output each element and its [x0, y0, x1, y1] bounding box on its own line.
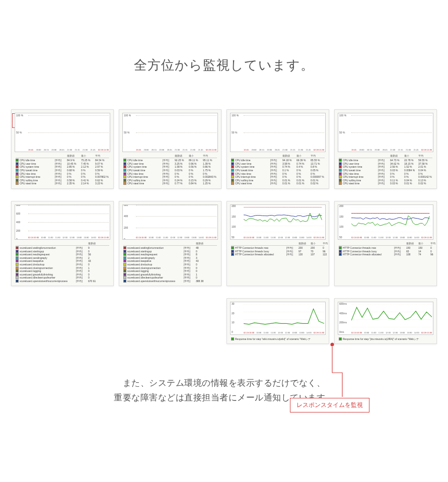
scoreboard-card: 600400200002:24:10:3010:3011:0011:3012:0…: [119, 201, 221, 287]
svg-point-1: [331, 343, 334, 346]
page-title: 全方位から監視しています。: [0, 56, 448, 74]
callout-rt-connector: [307, 342, 347, 399]
response-time-card: 600ms400ms200ms0ms02:24:10:3010:3011:001…: [334, 298, 437, 344]
cpu-card: 100 %50 %19:4520:0020:1520:3020:4521:002…: [11, 109, 114, 189]
cpu-card: 100 %50 %19:4520:0020:1520:3020:4521:002…: [334, 109, 437, 189]
dashboard-grid: 100 %50 %19:4520:0020:1520:3020:4521:002…: [0, 109, 448, 351]
http-threads-card: 2001501005002:24:10:3010:3011:0011:3012:…: [334, 201, 437, 287]
footer-text: また、システム環境の情報を表示するだけでなく、 重要な障害などは直接担当者にメー…: [0, 376, 448, 405]
response-time-card: 302010002:24:10:3010:3011:0011:3012:0012…: [227, 298, 329, 344]
cpu-card: 100 %50 %19:4520:0020:1520:3020:4521:002…: [227, 109, 329, 189]
callout-response: レスポンスタイムを監視: [290, 398, 369, 412]
scoreboard-card: 800600400200002:24:10:3010:3011:0011:301…: [11, 201, 114, 287]
cpu-card: 100 %50 %19:4520:0020:1520:3020:4521:002…: [119, 109, 221, 189]
http-threads-card: 2001501005002:24:10:3010:3011:0011:3012:…: [227, 201, 329, 287]
